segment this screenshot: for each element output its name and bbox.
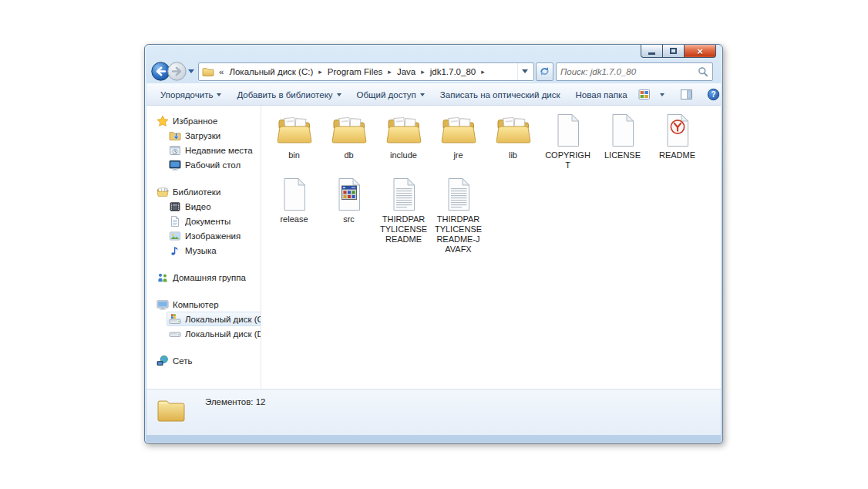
breadcrumb-item[interactable]: Java — [394, 66, 419, 78]
change-view-button[interactable] — [635, 86, 654, 104]
minimize-button[interactable] — [641, 45, 663, 58]
sidebar-item-desktop[interactable]: Рабочий стол — [146, 157, 261, 172]
breadcrumb-item[interactable]: Локальный диск (C:) — [226, 66, 316, 78]
sidebar-item-label: Библиотеки — [173, 187, 220, 197]
file-icon — [550, 112, 587, 149]
change-view-dropdown[interactable] — [657, 90, 668, 99]
breadcrumb-overflow-chevron[interactable]: « — [216, 67, 226, 76]
preview-pane-button[interactable] — [677, 85, 696, 104]
toolbar-button-label: Упорядочить — [160, 90, 213, 99]
sidebar-item-label: Локальный диск (D — [185, 329, 261, 339]
details-pane: Элементов: 12 — [146, 389, 721, 435]
file-item-src[interactable]: src — [321, 174, 376, 258]
file-item-label: COPYRIGH T — [545, 150, 590, 170]
forward-button[interactable] — [167, 62, 187, 81]
close-button[interactable]: × — [684, 45, 716, 58]
sidebar-item-label: Рабочий стол — [185, 160, 241, 170]
sidebar-item-documents[interactable]: Документы — [146, 214, 261, 228]
history-dropdown-button[interactable] — [187, 67, 196, 76]
desktop-icon — [169, 159, 181, 171]
folder-icon — [276, 112, 313, 149]
file-item-label: bin — [288, 150, 300, 160]
file-item-bin[interactable]: bin — [267, 110, 321, 174]
sidebar-item-recent-places[interactable]: Недавние места — [146, 143, 261, 157]
toolbar-button-label: Записать на оптический диск — [440, 90, 560, 99]
caption-buttons: × — [641, 45, 716, 58]
toolbar-button-burn-to-disc[interactable]: Записать на оптический диск — [432, 86, 568, 103]
file-item-lib[interactable]: lib — [486, 110, 540, 174]
chevron-down-icon — [337, 93, 341, 96]
folder-large-icon — [156, 396, 187, 424]
file-item-thirdpartylicensereadme[interactable]: THIRDPAR TYLICENSE README — [376, 174, 431, 258]
file-list-area[interactable]: bindbincludejrelibCOPYRIGH TLICENSEREADM… — [261, 106, 721, 389]
breadcrumb-item[interactable]: Program Files — [325, 66, 386, 78]
toolbar-button-new-folder[interactable]: Новая папка — [568, 86, 635, 103]
toolbar-button-organize[interactable]: Упорядочить — [153, 86, 229, 103]
sidebar-item-favorites[interactable]: Избранное — [146, 113, 261, 128]
folder-icon — [495, 112, 532, 149]
local-disk-c-icon — [169, 313, 181, 325]
svg-text:?: ? — [711, 90, 715, 99]
breadcrumb-separator-icon[interactable]: ▸ — [385, 68, 394, 76]
star-icon — [156, 115, 169, 127]
toolbar-button-share[interactable]: Общий доступ — [349, 86, 432, 103]
sidebar-item-music[interactable]: Музыка — [146, 243, 261, 258]
text-file-icon — [440, 176, 477, 213]
sidebar-group-homegroup: Домашняя группа — [146, 270, 261, 285]
breadcrumb-item[interactable]: jdk1.7.0_80 — [427, 66, 479, 78]
file-item-license[interactable]: LICENSE — [595, 110, 650, 174]
search-input[interactable] — [560, 67, 698, 76]
breadcrumb-separator-icon[interactable]: ▸ — [479, 68, 487, 76]
sidebar-item-label: Изображения — [185, 231, 241, 241]
sidebar-item-video[interactable]: Видео — [146, 199, 261, 214]
explorer-window: × «Локальный диск (C:)▸Program Files▸Jav… — [144, 44, 723, 443]
file-item-label: THIRDPAR TYLICENSE README — [380, 214, 427, 244]
chevron-down-icon — [660, 93, 664, 96]
views-icon — [638, 89, 651, 101]
folder-icon — [331, 112, 368, 149]
sidebar-item-libraries[interactable]: Библиотеки — [146, 184, 261, 199]
maximize-button[interactable] — [663, 45, 684, 58]
sidebar-group-favorites: ИзбранноеЗагрузкиНедавние местаРабочий с… — [146, 113, 261, 172]
sidebar-item-pictures[interactable]: Изображения — [146, 228, 261, 243]
homegroup-icon — [156, 271, 169, 284]
sidebar-item-label: Сеть — [173, 356, 193, 366]
file-item-release[interactable]: release — [267, 174, 321, 258]
file-item-readme[interactable]: README — [650, 110, 705, 174]
downloads-icon — [169, 130, 181, 142]
breadcrumb-separator-icon[interactable]: ▸ — [419, 68, 427, 76]
breadcrumb-separator-icon[interactable]: ▸ — [316, 68, 325, 76]
chevron-down-icon — [522, 69, 528, 73]
file-item-copyright[interactable]: COPYRIGH T — [540, 110, 595, 174]
sidebar-item-network[interactable]: Сеть — [146, 353, 261, 368]
folder-icon — [385, 112, 422, 149]
refresh-button[interactable] — [536, 62, 553, 81]
sidebar-item-homegroup[interactable]: Домашняя группа — [146, 270, 261, 285]
src-file-icon — [331, 176, 368, 213]
file-item-db[interactable]: db — [321, 110, 376, 174]
sidebar-item-computer[interactable]: Компьютер — [146, 297, 261, 312]
recent-places-icon — [169, 144, 181, 157]
navigation-bar: «Локальный диск (C:)▸Program Files▸Java▸… — [145, 59, 722, 83]
help-icon: ? — [707, 88, 720, 101]
search-icon[interactable] — [698, 66, 708, 77]
file-item-thirdpartylicensereadme-javafx[interactable]: THIRDPAR TYLICENSE README-J AVAFX — [431, 174, 486, 258]
file-item-label: THIRDPAR TYLICENSE README-J AVAFX — [435, 214, 482, 255]
libraries-icon — [156, 186, 169, 198]
file-item-jre[interactable]: jre — [431, 110, 486, 174]
sidebar-item-downloads[interactable]: Загрузки — [146, 128, 261, 143]
chevron-down-icon — [420, 93, 425, 96]
toolbar-button-add-to-library[interactable]: Добавить в библиотеку — [229, 86, 348, 103]
file-item-include[interactable]: include — [376, 110, 431, 174]
chevron-down-icon — [188, 69, 194, 73]
address-bar[interactable]: «Локальный диск (C:)▸Program Files▸Java▸… — [198, 62, 534, 81]
help-button[interactable]: ? — [704, 85, 723, 104]
sidebar-item-local-disk-d[interactable]: Локальный диск (D — [146, 326, 261, 341]
close-icon: × — [697, 46, 703, 56]
file-item-label: README — [659, 150, 695, 160]
address-dropdown-button[interactable] — [517, 63, 532, 80]
maximize-icon — [670, 48, 677, 54]
file-icon — [276, 176, 313, 213]
chevron-down-icon — [217, 93, 221, 96]
sidebar-item-local-disk-c[interactable]: Локальный диск (C — [146, 312, 261, 326]
